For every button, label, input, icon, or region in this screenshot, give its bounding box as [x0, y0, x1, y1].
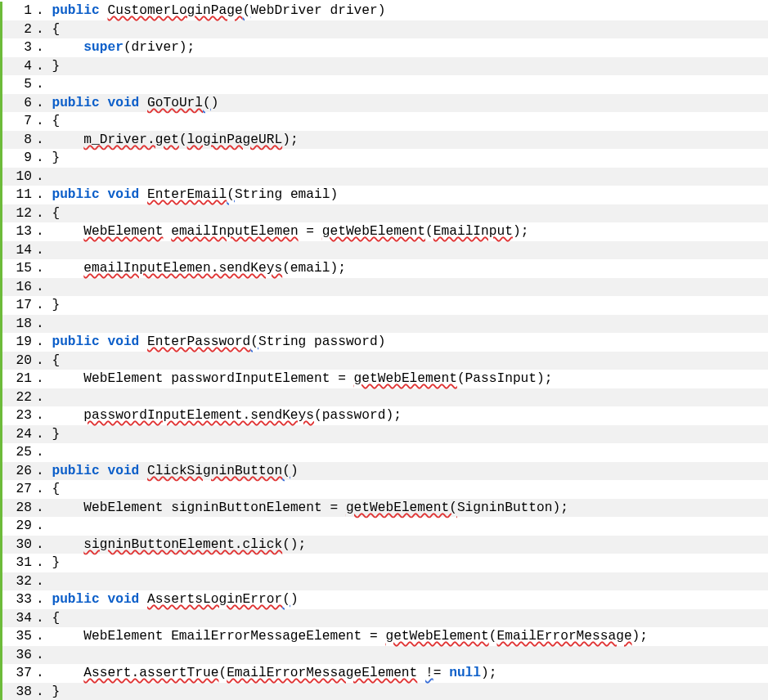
- code-content: Assert.assertTrue(EmailErrorMessageEleme…: [44, 664, 768, 683]
- code-token: [44, 187, 52, 202]
- code-content: WebElement EmailErrorMessageElement = ge…: [44, 627, 768, 646]
- code-token: public: [52, 96, 99, 110]
- code-line: 24. }: [2, 425, 768, 444]
- line-dot: .: [36, 333, 44, 352]
- line-number: 26: [2, 462, 35, 481]
- code-token: emailInputElemen: [171, 224, 298, 239]
- code-line: 23. passwordInputElement.sendKeys(passwo…: [2, 406, 768, 425]
- code-token: getWebElement: [322, 224, 425, 239]
- line-dot: .: [36, 406, 44, 425]
- code-line: 19. public void EnterPassword(String pas…: [2, 333, 768, 352]
- line-dot: .: [36, 572, 44, 591]
- code-line: 1. public CustomerLoginPage(WebDriver dr…: [2, 2, 768, 20]
- code-content: public void GoToUrl(): [44, 94, 768, 113]
- code-block: 1. public CustomerLoginPage(WebDriver dr…: [0, 2, 768, 700]
- code-token: (driver);: [124, 40, 195, 55]
- code-line: 37. Assert.assertTrue(EmailErrorMessageE…: [2, 664, 768, 683]
- code-token: }: [44, 150, 60, 165]
- code-token: {: [44, 482, 60, 496]
- line-number: 33: [2, 590, 35, 609]
- code-token: CustomerLoginPage: [107, 3, 242, 18]
- code-token: );: [632, 629, 648, 644]
- line-number: 18: [2, 315, 35, 334]
- code-line: 18.: [2, 315, 768, 334]
- code-content: [44, 241, 768, 260]
- line-dot: .: [36, 278, 44, 297]
- code-token: (: [227, 187, 235, 202]
- code-token: [139, 96, 147, 110]
- code-content: {: [44, 352, 768, 370]
- code-line: 21. WebElement passwordInputElement = ge…: [2, 370, 768, 388]
- code-token: ): [290, 464, 299, 478]
- code-token: }: [44, 59, 60, 74]
- code-token: [139, 464, 147, 478]
- code-token: (: [218, 666, 227, 680]
- code-token: WebDriver driver): [250, 3, 385, 18]
- line-dot: .: [36, 664, 44, 683]
- line-number: 28: [2, 499, 35, 518]
- line-dot: .: [36, 517, 44, 536]
- code-token: getWebElement: [385, 629, 488, 644]
- code-token: ClickSigninButton: [147, 464, 282, 478]
- code-content: [44, 572, 768, 591]
- code-token: [44, 537, 84, 552]
- code-token: [139, 187, 147, 202]
- line-number: 14: [2, 241, 35, 260]
- line-dot: .: [36, 425, 44, 444]
- code-line: 35. WebElement EmailErrorMessageElement …: [2, 627, 768, 646]
- code-content: [44, 388, 768, 407]
- code-token: emailInputElemen.sendKeys: [83, 261, 282, 276]
- code-token: String email): [235, 187, 338, 202]
- code-content: WebElement passwordInputElement = getWeb…: [44, 370, 768, 388]
- code-content: public CustomerLoginPage(WebDriver drive…: [44, 2, 768, 20]
- code-line: 26. public void ClickSigninButton(): [2, 462, 768, 481]
- code-token: ): [290, 592, 299, 607]
- code-token: [44, 224, 84, 239]
- code-token: (PassInput);: [457, 371, 553, 386]
- code-content: super(driver);: [44, 38, 768, 57]
- line-dot: .: [36, 590, 44, 609]
- code-content: public void ClickSigninButton(): [44, 462, 768, 481]
- code-token: {: [44, 22, 60, 37]
- code-content: WebElement emailInputElemen = getWebElem…: [44, 222, 768, 241]
- line-dot: .: [36, 149, 44, 168]
- code-token: void: [107, 187, 139, 202]
- code-token: public: [52, 3, 99, 18]
- line-dot: .: [36, 627, 44, 646]
- line-dot: .: [36, 186, 44, 204]
- code-token: [100, 187, 108, 202]
- code-token: =: [433, 666, 449, 680]
- code-line: 12. {: [2, 204, 768, 223]
- line-dot: .: [36, 370, 44, 388]
- code-content: [44, 646, 768, 665]
- code-line: 13. WebElement emailInputElemen = getWeb…: [2, 222, 768, 241]
- code-token: public: [52, 334, 99, 349]
- line-dot: .: [36, 57, 44, 76]
- code-token: (: [282, 464, 290, 478]
- code-token: void: [107, 96, 139, 110]
- line-dot: .: [36, 94, 44, 113]
- code-token: void: [107, 334, 139, 349]
- line-dot: .: [36, 499, 44, 518]
- code-content: [44, 517, 768, 536]
- code-content: [44, 315, 768, 334]
- line-dot: .: [36, 609, 44, 628]
- line-number: 22: [2, 388, 35, 407]
- code-token: {: [44, 114, 60, 128]
- code-token: [100, 464, 108, 478]
- line-number: 5: [2, 75, 35, 94]
- code-line: 31. }: [2, 554, 768, 572]
- code-token: WebElement: [83, 500, 163, 515]
- code-token: [44, 500, 84, 515]
- code-line: 34. {: [2, 609, 768, 628]
- code-token: passwordInputElement =: [163, 371, 353, 386]
- line-number: 20: [2, 352, 35, 370]
- code-token: EnterPassword: [147, 334, 250, 349]
- line-number: 9: [2, 149, 35, 168]
- line-dot: .: [36, 646, 44, 665]
- code-token: (email);: [282, 261, 346, 276]
- code-token: signinButtonElement.click: [83, 537, 282, 552]
- line-number: 23: [2, 406, 35, 425]
- code-token: [139, 592, 147, 607]
- line-number: 37: [2, 664, 35, 683]
